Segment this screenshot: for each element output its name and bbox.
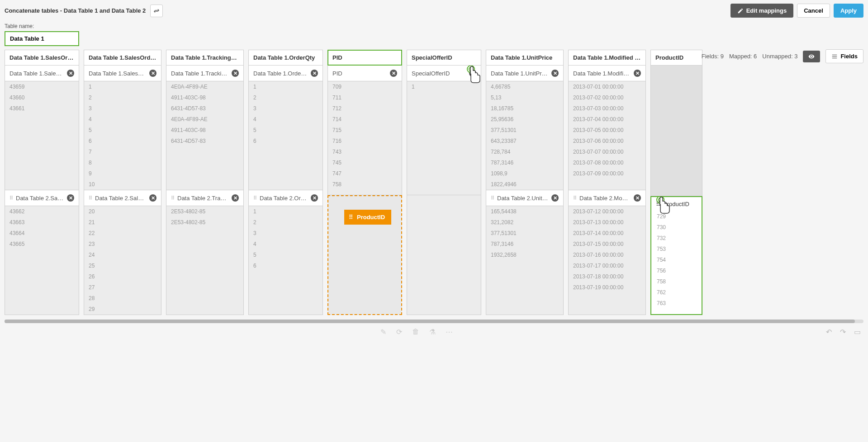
drag-handle-icon[interactable]: ⠿ <box>253 195 257 201</box>
column: PIDPID✕709711712714715716743745747758⠿Pr… <box>327 50 402 315</box>
drop-zone[interactable]: ⠿ProductID <box>327 195 402 315</box>
column: Data Table 1.UnitPriceData Table 1.UnitP… <box>486 50 564 315</box>
column-header[interactable]: Data Table 1.TrackingNumber <box>166 50 244 66</box>
remove-mapping-icon[interactable]: ✕ <box>149 194 157 202</box>
data-cell: 4E0A-4F89-AE <box>166 114 243 125</box>
mapping-row[interactable]: ⠿Data Table 2.Tracking...✕ <box>166 190 244 206</box>
column-header[interactable]: SpecialOfferID <box>407 50 481 66</box>
pencil-icon[interactable]: ✎ <box>380 328 386 336</box>
column-header[interactable]: ProductID <box>650 50 702 66</box>
mapping-row[interactable]: ⠿ProductID <box>651 197 702 211</box>
horizontal-scrollbar[interactable] <box>5 320 863 323</box>
column-header[interactable]: Data Table 1.Modified Date <box>568 50 646 66</box>
mapping-row[interactable]: ⠿Data Table 2.SalesOrd...✕ <box>5 190 79 206</box>
mapping-row[interactable]: Data Table 1.SalesOrderID✕ <box>5 66 79 81</box>
mapping-row[interactable]: PID✕ <box>327 66 402 81</box>
remove-mapping-icon[interactable]: ✕ <box>149 70 157 77</box>
drag-chip[interactable]: ⠿ProductID <box>344 210 391 225</box>
drag-handle-icon[interactable]: ⠿ <box>9 195 13 201</box>
cancel-button[interactable]: Cancel <box>797 4 830 18</box>
screen-icon[interactable]: ▭ <box>854 328 861 336</box>
remove-mapping-icon[interactable]: ✕ <box>67 70 74 77</box>
apply-button[interactable]: Apply <box>834 4 863 18</box>
remove-mapping-icon[interactable]: ✕ <box>311 70 318 77</box>
data-cell: 3 <box>84 103 161 114</box>
data-cell: 6 <box>249 136 323 146</box>
drag-handle-icon[interactable]: ⠿ <box>349 214 353 221</box>
remove-mapping-icon[interactable]: ✕ <box>551 70 559 77</box>
remove-mapping-icon[interactable]: ✕ <box>634 194 641 202</box>
data-cell: 732 <box>651 233 702 244</box>
mapping-label: SpecialOfferID <box>412 70 466 77</box>
column-header[interactable]: Data Table 1.UnitPrice <box>486 50 564 66</box>
remove-mapping-icon[interactable]: ✕ <box>67 194 74 202</box>
data-cell: 3 <box>249 103 323 114</box>
column-header[interactable]: Data Table 1.SalesOrderID <box>5 50 79 66</box>
data-cell: 377,51301 <box>486 125 563 136</box>
data-cell: 758 <box>328 179 402 190</box>
drag-handle-icon[interactable]: ⠿ <box>89 195 92 201</box>
mapping-label: Data Table 1.SalesOrderD... <box>89 70 147 77</box>
data-cell: 28 <box>84 293 161 304</box>
empty-mapping-slot[interactable] <box>407 195 481 315</box>
mapping-row[interactable]: ⠿Data Table 2.Modified ...✕ <box>568 190 646 206</box>
remove-mapping-icon[interactable]: ✕ <box>232 194 239 202</box>
drag-handle-icon[interactable]: ⠿ <box>656 201 660 207</box>
mapping-row[interactable]: ⠿Data Table 2.OrderQty✕ <box>248 190 323 206</box>
remove-mapping-icon[interactable]: ✕ <box>390 70 397 77</box>
mapping-row[interactable]: Data Table 1.TrackingNum...✕ <box>166 66 244 81</box>
drag-handle-icon[interactable]: ⠿ <box>491 195 494 201</box>
table-name-input[interactable] <box>5 31 79 46</box>
data-cell: 377,51301 <box>486 228 563 239</box>
refresh-icon[interactable]: ⟳ <box>396 328 402 336</box>
column-header[interactable]: Data Table 1.SalesOrderDeta... <box>84 50 161 66</box>
data-cell: 743 <box>328 146 402 157</box>
swap-icon <box>153 8 160 14</box>
remove-mapping-icon[interactable]: ✕ <box>469 70 476 77</box>
data-cell: 5 <box>84 125 161 136</box>
data-cell: 321,2082 <box>486 217 563 228</box>
list-icon <box>831 53 838 60</box>
remove-mapping-icon[interactable]: ✕ <box>634 70 641 77</box>
data-cell: 787,3146 <box>486 157 563 168</box>
drag-handle-icon[interactable]: ⠿ <box>171 195 175 201</box>
visibility-toggle-button[interactable] <box>803 51 820 62</box>
eye-icon <box>807 53 816 60</box>
mapping-row[interactable]: Data Table 1.Modified Date✕ <box>568 66 646 81</box>
mapping-row[interactable]: ⠿Data Table 2.UnitPrice✕ <box>486 190 564 206</box>
swap-button[interactable] <box>150 5 163 17</box>
mapping-row[interactable]: Data Table 1.SalesOrderD...✕ <box>84 66 161 81</box>
data-cell: 758 <box>651 276 702 287</box>
data-cell: 2 <box>84 92 161 103</box>
edit-mappings-button[interactable]: Edit mappings <box>730 4 794 18</box>
data-cell: 1 <box>249 206 323 217</box>
data-cell: 23 <box>84 239 161 249</box>
data-cell: 709 <box>328 81 402 92</box>
data-cell: 2 <box>249 217 323 228</box>
redo-icon[interactable]: ↷ <box>840 328 846 336</box>
filter-icon[interactable]: ⚗ <box>429 328 436 336</box>
mapping-row[interactable]: SpecialOfferID✕ <box>407 66 481 81</box>
trash-icon[interactable]: 🗑 <box>412 328 419 336</box>
data-cells: 165,54438321,2082377,51301787,31461932,2… <box>486 206 564 315</box>
data-cell: 6431-4D57-83 <box>166 103 243 114</box>
mapping-label: Data Table 2.OrderQty <box>260 195 308 202</box>
more-icon[interactable]: ⋯ <box>446 328 453 336</box>
mapping-row[interactable]: ⠿Data Table 2.SalesOrd...✕ <box>84 190 161 206</box>
remove-mapping-icon[interactable]: ✕ <box>551 194 559 202</box>
remove-mapping-icon[interactable]: ✕ <box>311 194 318 202</box>
data-cell: 25 <box>84 260 161 271</box>
unmapped-field-block[interactable]: ⠿ProductID729730732753754756758762763 <box>650 196 702 315</box>
fields-button[interactable]: Fields <box>825 49 863 63</box>
data-cell: 754 <box>651 254 702 265</box>
drag-handle-icon[interactable]: ⠿ <box>573 195 577 201</box>
mapping-row[interactable]: Data Table 1.OrderQty✕ <box>248 66 323 81</box>
data-cell: 2013-07-13 00:00:00 <box>569 217 645 228</box>
remove-mapping-icon[interactable]: ✕ <box>232 70 239 77</box>
undo-icon[interactable]: ↶ <box>826 328 832 336</box>
mapping-row[interactable]: Data Table 1.UnitPrice✕ <box>486 66 564 81</box>
column-header[interactable]: Data Table 1.OrderQty <box>248 50 323 66</box>
column-header[interactable]: PID <box>327 50 402 66</box>
data-cell: 43663 <box>5 217 79 228</box>
data-cell: 4 <box>249 239 323 249</box>
